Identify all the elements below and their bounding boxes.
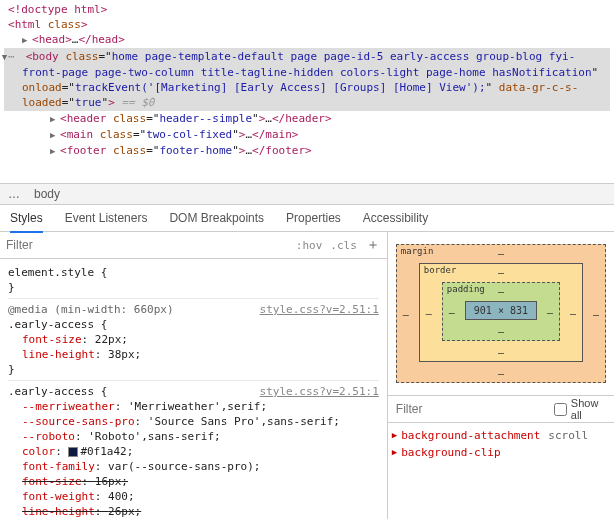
box-model[interactable]: margin – – – – border – – – – padding – … bbox=[388, 232, 614, 396]
header-line[interactable]: ▶<header class="header--simple">…</heade… bbox=[4, 111, 610, 127]
expand-arrow-icon[interactable]: ▶ bbox=[50, 112, 60, 127]
expand-arrow-icon[interactable]: ▶ bbox=[50, 144, 60, 159]
computed-filter-input[interactable] bbox=[396, 402, 546, 416]
footer-line[interactable]: ▶<footer class="footer-home">…</footer> bbox=[4, 143, 610, 159]
styles-filter-input[interactable] bbox=[6, 238, 288, 252]
expand-arrow-down-icon[interactable]: ▼ bbox=[16, 50, 26, 65]
breadcrumb[interactable]: … body bbox=[0, 183, 614, 205]
head-line[interactable]: ▶<head>…</head> bbox=[4, 32, 610, 48]
caret-right-icon: ▶ bbox=[392, 444, 397, 461]
color-swatch-icon[interactable] bbox=[68, 447, 78, 457]
dom-tree[interactable]: <!doctype html> <html class> ▶<head>…</h… bbox=[0, 0, 614, 183]
rule-media-early-access[interactable]: style.css?v=2.51:1 @media (min-width: 66… bbox=[8, 299, 379, 381]
cls-toggle[interactable]: .cls bbox=[330, 239, 357, 252]
computed-panel: margin – – – – border – – – – padding – … bbox=[388, 232, 614, 519]
rule-early-access[interactable]: style.css?v=2.51:1 .early-access { --mer… bbox=[8, 381, 379, 519]
html-open[interactable]: <html class> bbox=[4, 17, 610, 32]
expand-arrow-icon[interactable]: ▶ bbox=[50, 128, 60, 143]
box-model-content: 901 × 831 bbox=[465, 301, 537, 320]
computed-prop[interactable]: ▶background-clip bbox=[392, 444, 610, 461]
computed-list[interactable]: ▶background-attachment scroll ▶backgroun… bbox=[388, 423, 614, 465]
hov-toggle[interactable]: :hov bbox=[296, 239, 323, 252]
tab-styles[interactable]: Styles bbox=[10, 205, 43, 233]
caret-right-icon: ▶ bbox=[392, 427, 397, 444]
breadcrumb-body[interactable]: body bbox=[34, 187, 60, 201]
expand-arrow-icon[interactable]: ▶ bbox=[22, 33, 32, 48]
body-selected-line[interactable]: ⋯▼<body class="home page-template-defaul… bbox=[4, 48, 610, 111]
panel-tabs: Styles Event Listeners DOM Breakpoints P… bbox=[0, 205, 614, 232]
styles-body[interactable]: element.style { } style.css?v=2.51:1 @me… bbox=[0, 259, 387, 519]
tab-properties[interactable]: Properties bbox=[286, 205, 341, 231]
tab-dom-breakpoints[interactable]: DOM Breakpoints bbox=[169, 205, 264, 231]
rule-element-style[interactable]: element.style { } bbox=[8, 262, 379, 299]
computed-prop[interactable]: ▶background-attachment scroll bbox=[392, 427, 610, 444]
show-all-checkbox[interactable]: Show all bbox=[554, 397, 606, 421]
styles-filter-row: :hov .cls ＋ bbox=[0, 232, 387, 259]
doctype-line: <!doctype html> bbox=[4, 2, 610, 17]
gutter-dots-icon: ⋯ bbox=[8, 50, 14, 63]
computed-filter-row: Show all bbox=[388, 396, 614, 423]
styles-panel: :hov .cls ＋ element.style { } style.css?… bbox=[0, 232, 388, 519]
tab-event-listeners[interactable]: Event Listeners bbox=[65, 205, 148, 231]
breadcrumb-ellipsis[interactable]: … bbox=[8, 187, 20, 201]
rule-source-link[interactable]: style.css?v=2.51:1 bbox=[260, 384, 379, 399]
main-line[interactable]: ▶<main class="two-col-fixed">…</main> bbox=[4, 127, 610, 143]
tab-accessibility[interactable]: Accessibility bbox=[363, 205, 428, 231]
new-style-rule-button[interactable]: ＋ bbox=[365, 237, 381, 253]
rule-source-link[interactable]: style.css?v=2.51:1 bbox=[260, 302, 379, 317]
